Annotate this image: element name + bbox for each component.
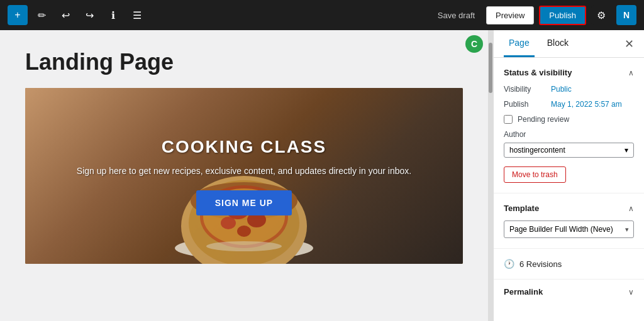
template-section: Template ∧ Page Builder Full Width (Neve… <box>494 193 644 249</box>
toolbar-right: Save draft Preview Publish ⚙ N <box>431 5 636 25</box>
list-icon: ☰ <box>133 9 142 21</box>
edit-button[interactable]: ✏ <box>31 5 52 25</box>
gear-icon: ⚙ <box>597 9 606 21</box>
author-value: hostingercontent <box>509 146 565 155</box>
save-draft-button[interactable]: Save draft <box>431 7 481 24</box>
template-section-title: Template <box>504 204 539 213</box>
author-select[interactable]: hostingercontent ▾ <box>504 143 634 158</box>
svg-point-8 <box>221 217 236 229</box>
template-select[interactable]: Page Builder Full Width (Neve) Default F… <box>504 220 634 238</box>
visibility-row: Visibility Public <box>504 85 634 94</box>
redo-icon: ↪ <box>86 9 94 21</box>
redo-button[interactable]: ↪ <box>79 5 99 25</box>
publish-button[interactable]: Publish <box>539 6 586 25</box>
revisions-label: 6 Revisions <box>519 259 562 269</box>
sidebar: Page Block ✕ Status & visibility ∧ Visib… <box>493 30 644 321</box>
editor-area: C Landing Page <box>0 30 488 321</box>
editor-scrollbar[interactable] <box>488 30 493 321</box>
main-layout: C Landing Page <box>0 30 644 321</box>
revisions-clock-icon: 🕐 <box>504 259 514 269</box>
permalink-title: Permalink <box>504 287 543 297</box>
hero-section: COOKING CLASS Sign up here to get new re… <box>25 88 463 264</box>
permalink-section[interactable]: Permalink ∨ <box>494 280 644 304</box>
author-chevron-icon: ▾ <box>625 146 628 155</box>
avatar: C <box>465 35 483 53</box>
plus-icon: + <box>14 9 20 21</box>
visibility-label: Visibility <box>504 85 551 94</box>
tab-block[interactable]: Block <box>542 30 574 57</box>
page-title: Landing Page <box>25 49 463 75</box>
hero-content: COOKING CLASS Sign up here to get new re… <box>52 137 436 215</box>
pending-review-checkbox[interactable] <box>504 115 513 124</box>
hero-title: COOKING CLASS <box>77 137 411 157</box>
move-to-trash-button[interactable]: Move to trash <box>504 166 566 183</box>
settings-button[interactable]: ⚙ <box>591 5 611 25</box>
status-chevron-icon[interactable]: ∧ <box>628 68 634 77</box>
tab-page[interactable]: Page <box>504 30 535 57</box>
preview-button[interactable]: Preview <box>486 6 534 24</box>
status-section-title: Status & visibility <box>504 68 572 77</box>
visibility-value[interactable]: Public <box>551 85 572 94</box>
undo-icon: ↩ <box>62 9 70 21</box>
publish-field-label: Publish <box>504 100 551 109</box>
list-view-button[interactable]: ☰ <box>127 5 147 25</box>
n-plugin-button[interactable]: N <box>616 5 636 25</box>
pending-review-label: Pending review <box>518 115 569 124</box>
svg-point-10 <box>237 226 251 237</box>
publish-date-row: Publish May 1, 2022 5:57 am <box>504 100 634 109</box>
undo-button[interactable]: ↩ <box>55 5 75 25</box>
revisions-section: 🕐 6 Revisions <box>494 249 644 280</box>
author-section: Author hostingercontent ▾ <box>504 130 634 158</box>
status-visibility-section: Status & visibility ∧ Visibility Public … <box>494 58 644 193</box>
pencil-icon: ✏ <box>38 9 46 21</box>
author-label: Author <box>504 130 634 139</box>
toolbar: + ✏ ↩ ↪ ℹ ☰ Save draft Preview Publish ⚙… <box>0 0 644 30</box>
info-button[interactable]: ℹ <box>103 5 123 25</box>
sidebar-close-button[interactable]: ✕ <box>625 37 634 51</box>
sidebar-tabs: Page Block ✕ <box>494 30 644 58</box>
toolbar-left: + ✏ ↩ ↪ ℹ ☰ <box>8 5 426 25</box>
revisions-row[interactable]: 🕐 6 Revisions <box>504 259 634 269</box>
template-chevron-icon[interactable]: ∧ <box>628 204 634 213</box>
permalink-chevron-icon: ∨ <box>628 288 634 297</box>
svg-point-11 <box>206 241 282 251</box>
add-block-button[interactable]: + <box>8 5 28 25</box>
template-select-wrapper: Page Builder Full Width (Neve) Default F… <box>504 220 634 238</box>
info-icon: ℹ <box>111 9 115 21</box>
pending-review-row: Pending review <box>504 115 634 124</box>
sign-up-button[interactable]: SIGN ME UP <box>196 190 292 215</box>
publish-date-value[interactable]: May 1, 2022 5:57 am <box>551 100 622 109</box>
template-section-header: Template ∧ <box>504 204 634 213</box>
hero-subtitle: Sign up here to get new recipes, exclusi… <box>77 165 411 178</box>
editor-scrollbar-thumb[interactable] <box>489 43 492 93</box>
status-section-header: Status & visibility ∧ <box>504 68 634 77</box>
n-icon: N <box>623 10 630 20</box>
